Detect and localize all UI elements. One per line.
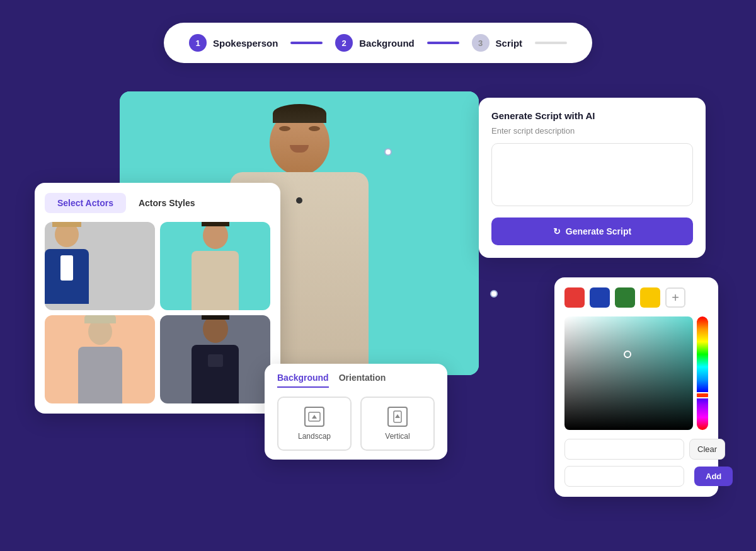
connector-dot-2 (490, 290, 498, 298)
color-picker-panel: + #6ed4d8 Clear #6ed4d8 Add (554, 277, 718, 497)
progress-bar: 1 Spokesperson 2 Background 3 Script (164, 23, 592, 63)
tab-background[interactable]: Background (277, 373, 329, 388)
connector-dot-3 (384, 148, 392, 156)
orientation-cards: Landscap Vertical (277, 397, 435, 451)
step-1-label: Spokesperson (213, 38, 278, 49)
generate-script-label: Generate Script (566, 226, 631, 236)
step-3[interactable]: 3 Script (472, 34, 523, 52)
actors-panel: Select Actors Actors Styles (35, 183, 280, 414)
bg-tabs: Background Orientation (277, 373, 435, 388)
tab-select-actors[interactable]: Select Actors (45, 193, 126, 213)
actor-card-3[interactable] (45, 315, 155, 403)
actor-card-2[interactable] (160, 222, 270, 310)
hex-row-2: #6ed4d8 Add (564, 466, 708, 487)
svg-marker-1 (312, 415, 317, 419)
step-2-line (427, 42, 459, 44)
vertical-label: Vertical (385, 432, 410, 441)
generate-script-button[interactable]: Generate Script (491, 218, 693, 245)
swatch-blue[interactable] (590, 287, 610, 308)
step-2-circle: 2 (335, 34, 353, 52)
actor-card-4[interactable] (160, 315, 270, 403)
gradient-cursor[interactable] (624, 351, 631, 358)
tab-orientation[interactable]: Orientation (339, 373, 386, 388)
vertical-icon (387, 407, 408, 427)
refresh-icon (553, 226, 561, 236)
step-1-circle: 1 (189, 34, 207, 52)
actors-tabs: Select Actors Actors Styles (45, 193, 270, 213)
hue-slider[interactable] (697, 316, 708, 430)
step-2-label: Background (359, 38, 415, 49)
script-panel: Generate Script with AI Enter script des… (479, 98, 706, 258)
color-gradient-area[interactable] (564, 316, 708, 430)
add-color-swatch-button[interactable]: + (665, 287, 685, 308)
swatch-yellow[interactable] (640, 287, 660, 308)
add-color-button[interactable]: Add (694, 467, 733, 486)
actors-grid (45, 222, 270, 403)
step-1[interactable]: 1 Spokesperson (189, 34, 278, 52)
hex-row-1: #6ed4d8 Clear (564, 439, 708, 460)
gradient-picker[interactable] (564, 316, 693, 430)
background-panel: Background Orientation Landscap Vertical (265, 364, 447, 460)
landscape-label: Landscap (298, 432, 331, 441)
script-panel-title: Generate Script with AI (491, 110, 693, 121)
step-3-line (535, 42, 567, 44)
step-2[interactable]: 2 Background (335, 34, 415, 52)
clear-button[interactable]: Clear (689, 439, 725, 460)
step-3-label: Script (496, 38, 523, 49)
svg-marker-3 (395, 414, 400, 418)
landscape-card[interactable]: Landscap (277, 397, 352, 451)
script-textarea[interactable] (491, 143, 693, 206)
step-1-line (290, 42, 323, 44)
swatch-red[interactable] (564, 287, 585, 308)
actor-card-1[interactable] (45, 222, 155, 310)
step-3-circle: 3 (472, 34, 490, 52)
tab-actors-styles[interactable]: Actors Styles (126, 193, 207, 213)
script-description-label: Enter script description (491, 126, 693, 136)
hue-cursor[interactable] (696, 392, 709, 398)
hex-input-2[interactable]: #6ed4d8 (564, 466, 684, 487)
landscape-icon (304, 407, 324, 427)
color-swatches: + (564, 287, 708, 308)
vertical-card[interactable]: Vertical (360, 397, 435, 451)
hex-input-1[interactable]: #6ed4d8 (564, 439, 684, 460)
swatch-green[interactable] (615, 287, 635, 308)
